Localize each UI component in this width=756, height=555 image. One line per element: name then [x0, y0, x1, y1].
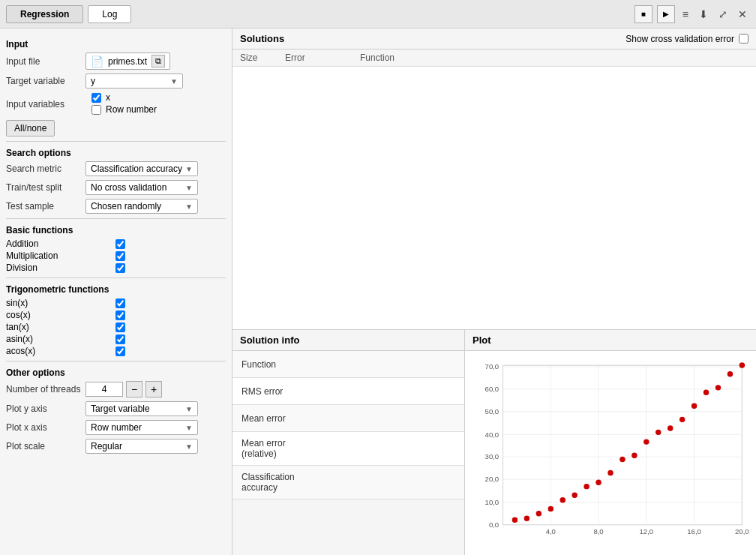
allnone-button[interactable]: All/none: [6, 120, 55, 136]
svg-point-39: [632, 453, 637, 458]
solutions-table-header: Size Error Function: [232, 50, 756, 67]
info-rms-error: RMS error: [232, 378, 464, 405]
variable-rownumber-checkbox[interactable]: [92, 105, 101, 115]
target-variable-label: Target variable: [6, 76, 81, 86]
copy-button[interactable]: ⧉: [152, 55, 165, 68]
addition-checkbox[interactable]: [116, 239, 125, 249]
test-sample-arrow: ▼: [185, 202, 193, 211]
divider-3: [6, 278, 226, 278]
threads-input[interactable]: [86, 382, 123, 397]
play-button[interactable]: ▶: [657, 5, 675, 23]
divider-2: [6, 218, 226, 219]
input-file-label: Input file: [6, 56, 81, 67]
file-icon: 📄: [91, 56, 104, 68]
plot-header: Plot: [465, 330, 756, 351]
tab-regression[interactable]: Regression: [6, 5, 83, 23]
left-panel: Input Input file 📄 primes.txt ⧉ Target v…: [0, 28, 232, 555]
solutions-title: Solutions: [240, 33, 284, 44]
col-size: Size: [240, 52, 285, 63]
sin-row: sin(x): [6, 298, 226, 308]
multiplication-checkbox[interactable]: [116, 251, 125, 261]
multiplication-row: Multiplication: [6, 250, 226, 261]
svg-point-46: [716, 386, 720, 390]
tab-log[interactable]: Log: [88, 5, 131, 23]
plot-y-arrow: ▼: [185, 405, 193, 413]
svg-point-29: [512, 518, 517, 522]
svg-point-37: [608, 470, 613, 475]
tan-label: tan(x): [6, 322, 111, 332]
cos-row: cos(x): [6, 310, 226, 320]
close-icon[interactable]: ✕: [738, 8, 747, 20]
threads-decrement[interactable]: −: [126, 381, 142, 398]
other-options-header: Other options: [6, 368, 226, 378]
svg-text:50,0: 50,0: [485, 407, 500, 416]
asin-checkbox[interactable]: [116, 334, 125, 344]
search-metric-dropdown[interactable]: Classification accuracy ▼: [86, 161, 198, 176]
plot-y-value: Target variable: [91, 404, 150, 414]
input-variables-label: Input variables: [6, 99, 81, 110]
division-label: Division: [6, 262, 111, 273]
division-row: Division: [6, 262, 226, 273]
target-variable-dropdown[interactable]: y ▼: [86, 74, 183, 88]
svg-text:20,0: 20,0: [735, 527, 749, 536]
test-sample-dropdown[interactable]: Chosen randomly ▼: [86, 199, 198, 214]
info-classification: Classification accuracy: [232, 466, 464, 500]
expand-icon[interactable]: ⤢: [718, 8, 728, 20]
svg-point-33: [560, 498, 565, 502]
threads-row: Number of threads − +: [6, 381, 226, 398]
svg-text:4,0: 4,0: [546, 527, 556, 536]
plot-scale-dropdown[interactable]: Regular ▼: [86, 439, 198, 454]
search-metric-value: Classification accuracy: [91, 164, 182, 174]
svg-point-45: [704, 390, 708, 394]
threads-label: Number of threads: [6, 384, 81, 394]
menu-icon[interactable]: ≡: [682, 8, 688, 20]
cos-checkbox[interactable]: [116, 310, 125, 320]
acos-row: acos(x): [6, 346, 226, 356]
cross-val-checkbox[interactable]: [739, 34, 748, 44]
svg-text:10,0: 10,0: [485, 498, 500, 506]
plot-area: Plot 0,0: [465, 330, 756, 555]
addition-label: Addition: [6, 238, 111, 249]
svg-point-48: [740, 363, 744, 368]
threads-increment[interactable]: +: [146, 381, 162, 398]
target-dropdown-arrow: ▼: [170, 77, 178, 86]
division-checkbox[interactable]: [116, 263, 125, 273]
right-panel: Solutions Show cross validation error Si…: [232, 28, 756, 555]
svg-text:60,0: 60,0: [485, 385, 500, 393]
train-test-row: Train/test split No cross validation ▼: [6, 180, 226, 195]
basic-functions-header: Basic functions: [6, 225, 226, 236]
solutions-area: Solutions Show cross validation error Si…: [232, 28, 756, 330]
play-icon: ▶: [663, 10, 669, 18]
file-name: primes.txt: [108, 56, 147, 67]
allnone-row: All/none: [6, 120, 226, 136]
svg-point-36: [596, 480, 601, 484]
acos-checkbox[interactable]: [116, 346, 125, 356]
sin-label: sin(x): [6, 298, 111, 308]
chart-svg: 0,0 10,0 20,0 30,0 40,0: [471, 357, 750, 549]
test-sample-row: Test sample Chosen randomly ▼: [6, 199, 226, 214]
main-layout: Input Input file 📄 primes.txt ⧉ Target v…: [0, 28, 756, 555]
cross-val-row: Show cross validation error: [626, 34, 748, 44]
svg-text:40,0: 40,0: [485, 430, 500, 439]
divider-1: [6, 141, 226, 142]
svg-point-30: [524, 516, 529, 520]
trig-functions-header: Trigonometric functions: [6, 284, 226, 295]
plot-y-row: Plot y axis Target variable ▼: [6, 401, 226, 416]
stop-button[interactable]: ■: [634, 5, 652, 23]
input-section-header: Input: [6, 39, 226, 50]
sin-checkbox[interactable]: [116, 298, 125, 308]
info-mean-error-rel: Mean error (relative): [232, 432, 464, 466]
plot-x-dropdown[interactable]: Row number ▼: [86, 420, 198, 435]
plot-y-dropdown[interactable]: Target variable ▼: [86, 401, 198, 416]
download-icon[interactable]: ⬇: [699, 8, 708, 20]
bottom-area: Solution info Function RMS error Mean er…: [232, 330, 756, 555]
plot-canvas: 0,0 10,0 20,0 30,0 40,0: [465, 351, 756, 555]
input-variables-row: Input variables x Row number: [6, 92, 226, 116]
variable-x-checkbox[interactable]: [92, 93, 101, 103]
asin-row: asin(x): [6, 334, 226, 344]
train-test-dropdown[interactable]: No cross validation ▼: [86, 180, 198, 195]
search-metric-arrow: ▼: [185, 165, 193, 173]
svg-text:12,0: 12,0: [640, 527, 654, 536]
solution-info: Solution info Function RMS error Mean er…: [232, 330, 465, 555]
tan-checkbox[interactable]: [116, 322, 125, 332]
